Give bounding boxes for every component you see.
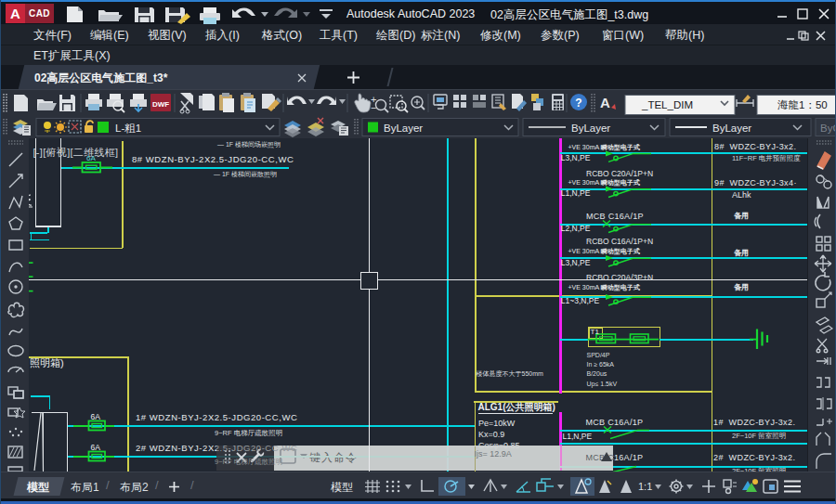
svg-text:DWF: DWF: [152, 100, 169, 109]
svg-text:L-粗1: L-粗1: [115, 123, 141, 134]
svg-text:ByLayer: ByLayer: [384, 123, 423, 134]
svg-text:ByLayer: ByLayer: [712, 123, 751, 134]
svg-text:A: A: [600, 95, 610, 110]
svg-text:_TEL_DIM: _TEL_DIM: [641, 99, 693, 110]
svg-text:海龍1：50: 海龍1：50: [777, 99, 828, 110]
svg-text:ByCol: ByCol: [820, 123, 836, 134]
svg-text:ByLayer: ByLayer: [571, 123, 610, 134]
svg-text:?: ?: [575, 97, 581, 110]
svg-text:1:1: 1:1: [638, 481, 652, 492]
